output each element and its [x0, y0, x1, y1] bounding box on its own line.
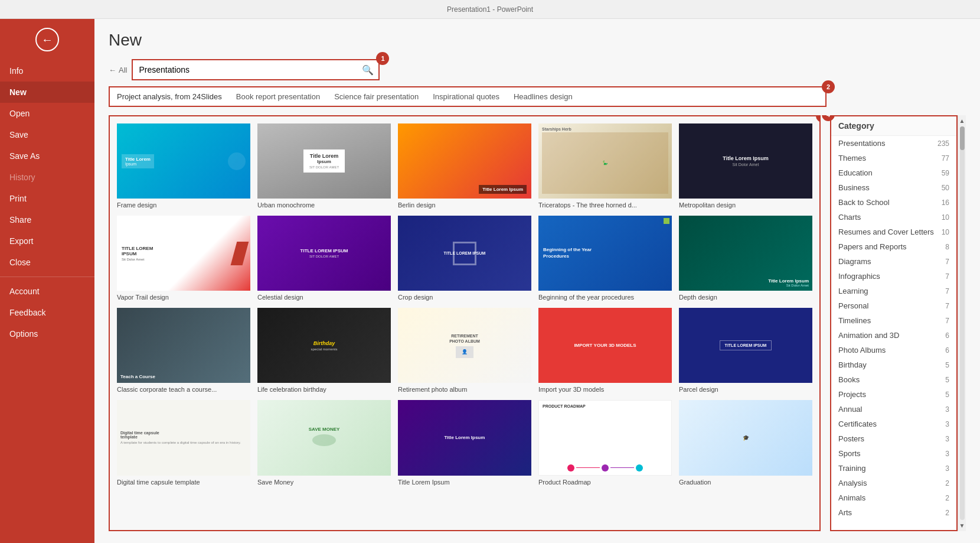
- suggestion-item[interactable]: Inspirational quotes: [433, 92, 499, 101]
- category-row-certificates[interactable]: Certificates 3: [831, 417, 956, 431]
- template-label-retirement: Retirement photo album: [398, 386, 531, 393]
- template-label-crop: Crop design: [398, 294, 531, 301]
- scrollbar-down-button[interactable]: ▼: [958, 521, 966, 530]
- template-vapor[interactable]: TITLE LOREM IPSUM Sit Dolor Amet Vapor T…: [117, 216, 250, 301]
- sidebar-item-save-as[interactable]: Save As: [0, 145, 94, 167]
- category-row-animation[interactable]: Animation and 3D 6: [831, 328, 956, 343]
- category-row-sports[interactable]: Sports 3: [831, 446, 956, 461]
- category-row-analysis[interactable]: Analysis 2: [831, 476, 956, 490]
- search-button[interactable]: 🔍: [357, 60, 378, 80]
- template-label-save: Save Money: [257, 479, 391, 486]
- category-row-presentations[interactable]: Presentations 235: [831, 136, 956, 151]
- category-count: 3: [945, 420, 949, 428]
- category-count: 2: [945, 494, 949, 502]
- category-row-posters[interactable]: Posters 3: [831, 431, 956, 446]
- sidebar-item-share[interactable]: Share: [0, 209, 94, 230]
- category-label: Learning: [838, 287, 868, 295]
- template-capsule[interactable]: Digital time capsule template A template…: [117, 400, 250, 485]
- template-metro[interactable]: Title Lorem Ipsum Sit Dolor Amet Metropo…: [679, 123, 812, 209]
- template-parcel[interactable]: TITLE LOREM IPSUM Parcel design: [679, 308, 812, 393]
- suggestion-item[interactable]: Science fair presentation: [334, 92, 419, 101]
- search-input[interactable]: [133, 65, 357, 74]
- template-depth[interactable]: Title Lorem Ipsum Sit Dolor Amet Depth d…: [679, 216, 812, 301]
- template-label-teach: Classic corporate teach a course...: [117, 386, 250, 393]
- category-row-photo-albums[interactable]: Photo Albums 6: [831, 343, 956, 357]
- category-row-charts[interactable]: Charts 10: [831, 210, 956, 225]
- sidebar-item-export[interactable]: Export: [0, 230, 94, 252]
- category-row-learning[interactable]: Learning 7: [831, 284, 956, 298]
- sidebar-item-close[interactable]: Close: [0, 252, 94, 273]
- category-row-timelines[interactable]: Timelines 7: [831, 313, 956, 328]
- back-button[interactable]: ←: [0, 19, 94, 60]
- sidebar-item-account[interactable]: Account: [0, 281, 94, 302]
- category-label: Birthday: [838, 360, 867, 369]
- suggestions-bar: Project analysis, from 24Slides Book rep…: [109, 86, 827, 107]
- template-crop[interactable]: TITLE LOREM IPSUM Crop design: [398, 216, 531, 301]
- template-triceratops[interactable]: Starships Herb 🦕 Triceratops - The three…: [538, 123, 672, 209]
- category-row-education[interactable]: Education 59: [831, 165, 956, 180]
- scrollbar-thumb[interactable]: [960, 126, 965, 150]
- category-row-projects[interactable]: Projects 5: [831, 387, 956, 402]
- category-row-animals[interactable]: Animals 2: [831, 490, 956, 505]
- sidebar: ← Info New Open Save Save As History Pri…: [0, 19, 94, 543]
- category-row-annual[interactable]: Annual 3: [831, 402, 956, 417]
- category-row-arts[interactable]: Arts 2: [831, 505, 956, 520]
- template-thumb-urban: Title Lorem Ipsum SIT DOLOR AMET: [257, 123, 391, 199]
- template-thumb-frame: Title Lorem Ipsum: [117, 123, 250, 199]
- category-count: 3: [945, 435, 949, 443]
- category-count: 16: [942, 199, 949, 207]
- template-frame[interactable]: Title Lorem Ipsum Frame design: [117, 123, 250, 209]
- category-row-birthday[interactable]: Birthday 5: [831, 357, 956, 372]
- category-count: 5: [945, 376, 949, 384]
- template-thumb-retirement: RETIREMENTPHOTO ALBUM 👤: [398, 308, 531, 383]
- category-row-back-to-school[interactable]: Back to School 16: [831, 195, 956, 210]
- category-row-themes[interactable]: Themes 77: [831, 151, 956, 165]
- sidebar-item-save[interactable]: Save: [0, 124, 94, 145]
- category-count: 7: [945, 287, 949, 295]
- category-row-infographics[interactable]: Infographics 7: [831, 269, 956, 284]
- template-label-graduation: Graduation: [679, 479, 812, 486]
- template-product[interactable]: PRODUCT ROADMAP Product Roadmap: [538, 400, 672, 485]
- category-row-diagrams[interactable]: Diagrams 7: [831, 254, 956, 269]
- template-berlin[interactable]: Title Lorem Ipsum Berlin design: [398, 123, 531, 209]
- template-urban[interactable]: Title Lorem Ipsum SIT DOLOR AMET Urban m…: [257, 123, 391, 209]
- template-celestial[interactable]: TITLE LOREM IPSUM SIT DOLOR AMET Celesti…: [257, 216, 391, 301]
- category-label: Papers and Reports: [838, 242, 907, 251]
- template-retirement[interactable]: RETIREMENTPHOTO ALBUM 👤 Retirement photo…: [398, 308, 531, 393]
- suggestion-item[interactable]: Book report presentation: [236, 92, 320, 101]
- suggestion-item[interactable]: Project analysis, from 24Slides: [117, 92, 222, 101]
- category-row-papers[interactable]: Papers and Reports 8: [831, 239, 956, 254]
- sidebar-item-open[interactable]: Open: [0, 103, 94, 124]
- template-graduation[interactable]: 🎓 Graduation: [679, 400, 812, 485]
- category-row-business[interactable]: Business 50: [831, 180, 956, 195]
- template-thumb-save: SAVE MONEY: [257, 400, 391, 475]
- sidebar-item-history[interactable]: History: [0, 167, 94, 188]
- back-all-button[interactable]: ← All: [109, 66, 127, 74]
- all-label: All: [119, 66, 127, 74]
- template-save[interactable]: SAVE MONEY Save Money: [257, 400, 391, 485]
- template-label-depth: Depth design: [679, 294, 812, 301]
- template-beginning[interactable]: Beginning of the YearProcedures Beginnin…: [538, 216, 672, 301]
- badge-3: 3: [816, 115, 821, 122]
- sidebar-item-new[interactable]: New: [0, 82, 94, 103]
- sidebar-item-options[interactable]: Options: [0, 323, 94, 344]
- scrollbar-up-button[interactable]: ▲: [958, 116, 966, 125]
- template-label-parcel: Parcel design: [679, 386, 812, 393]
- template-birthday[interactable]: Birthday special moments Life celebratio…: [257, 308, 391, 393]
- template-import[interactable]: IMPORT YOUR 3D MODELS Import your 3D mod…: [538, 308, 672, 393]
- sidebar-item-print[interactable]: Print: [0, 188, 94, 209]
- category-row-personal[interactable]: Personal 7: [831, 298, 956, 313]
- search-area: ← All 🔍 1: [109, 59, 966, 80]
- category-count: 6: [945, 346, 949, 355]
- sidebar-item-feedback[interactable]: Feedback: [0, 302, 94, 323]
- category-row-training[interactable]: Training 3: [831, 461, 956, 476]
- category-label: Presentations: [838, 139, 886, 148]
- template-teach[interactable]: Teach a Course Classic corporate teach a…: [117, 308, 250, 393]
- category-row-books[interactable]: Books 5: [831, 372, 956, 387]
- category-row-resumes[interactable]: Resumes and Cover Letters 10: [831, 225, 956, 239]
- category-label: Themes: [838, 154, 866, 162]
- sidebar-item-info[interactable]: Info: [0, 60, 94, 82]
- suggestion-item[interactable]: Headlines design: [514, 92, 573, 101]
- template-lorem2[interactable]: Title Lorem Ipsum Title Lorem Ipsum: [398, 400, 531, 485]
- category-count: 77: [942, 154, 949, 162]
